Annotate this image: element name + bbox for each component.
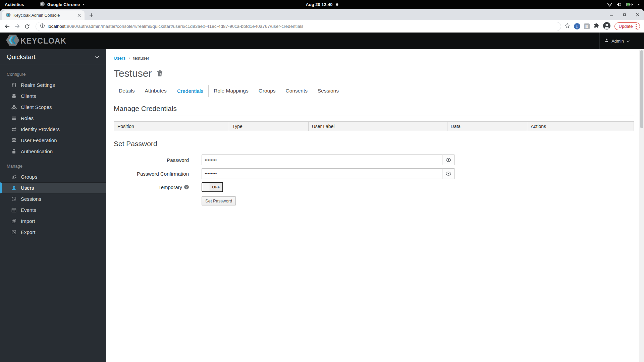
- clock-button[interactable]: Aug 20 12:40: [306, 2, 338, 7]
- notification-dot-icon: [336, 3, 338, 6]
- sidebar-item-sessions[interactable]: Sessions: [0, 193, 106, 204]
- forward-button[interactable]: [13, 22, 21, 31]
- keycloak-header: KEYCLOAK Admin: [0, 33, 644, 49]
- browser-menu-icon[interactable]: [636, 24, 637, 29]
- tab-close-icon[interactable]: [76, 12, 82, 18]
- password-confirmation-input[interactable]: [202, 168, 442, 179]
- tab-sessions[interactable]: Sessions: [313, 85, 344, 97]
- sidebar-item-label: Authentication: [21, 148, 53, 154]
- site-info-icon[interactable]: [40, 23, 45, 29]
- col-user-label: User Label: [308, 122, 447, 131]
- database-icon: [11, 138, 17, 143]
- new-tab-button[interactable]: [87, 11, 96, 19]
- cubes-icon: [11, 105, 17, 110]
- sidebar-item-user-federation[interactable]: User Federation: [0, 135, 106, 146]
- app-menu-label: Google Chrome: [47, 2, 80, 7]
- credentials-table: Position Type User Label Data Actions: [114, 121, 634, 131]
- activities-button[interactable]: Activities: [0, 0, 29, 9]
- exchange-icon: [11, 127, 17, 132]
- b-extension-icon[interactable]: B: [584, 23, 590, 29]
- fedora-extension-icon[interactable]: f: [574, 23, 580, 29]
- address-bar[interactable]: localhost:8080/auth/admin/master/console…: [36, 22, 561, 31]
- sidebar-item-groups[interactable]: Groups: [0, 171, 106, 182]
- manage-credentials-heading: Manage Credentials: [114, 105, 634, 116]
- table-header-row: Position Type User Label Data Actions: [114, 122, 634, 131]
- sidebar-item-roles[interactable]: Roles: [0, 113, 106, 124]
- show-password-eye-icon[interactable]: [442, 168, 454, 179]
- close-window-button[interactable]: [635, 12, 640, 17]
- tab-credentials[interactable]: Credentials: [172, 85, 209, 97]
- sidebar-item-authentication[interactable]: Authentication: [0, 146, 106, 157]
- sidebar-item-label: Roles: [21, 115, 34, 121]
- realm-selector[interactable]: Quickstart: [0, 49, 106, 65]
- reload-button[interactable]: [23, 22, 32, 31]
- sidebar-item-label: Client Scopes: [21, 104, 52, 110]
- password-label: Password: [114, 157, 189, 163]
- sidebar-item-label: Import: [21, 218, 35, 224]
- system-status-area[interactable]: [607, 2, 644, 7]
- sidebar-section-configure: Configure: [0, 65, 106, 79]
- show-password-eye-icon[interactable]: [442, 155, 454, 165]
- sidebar-item-identity-providers[interactable]: Identity Providers: [0, 124, 106, 135]
- tab-role-mappings[interactable]: Role Mappings: [209, 85, 253, 97]
- sidebar-item-label: Users: [21, 185, 34, 191]
- set-password-form: Password Password Confirmation: [114, 155, 634, 205]
- toggle-handle: [202, 183, 210, 191]
- tab-details[interactable]: Details: [114, 85, 140, 97]
- calendar-icon: [11, 207, 17, 213]
- profile-avatar[interactable]: [603, 22, 611, 31]
- list-icon: [11, 116, 17, 121]
- col-position: Position: [114, 122, 229, 131]
- page-scrollbar[interactable]: [639, 49, 644, 362]
- sidebar-item-export[interactable]: Export: [0, 227, 106, 238]
- sliders-icon: [11, 82, 17, 87]
- sidebar-item-label: User Federation: [21, 137, 57, 143]
- col-actions: Actions: [527, 122, 634, 131]
- tab-attributes[interactable]: Attributes: [140, 85, 171, 97]
- breadcrumb-users-link[interactable]: Users: [114, 56, 125, 61]
- user-menu[interactable]: Admin: [599, 33, 635, 49]
- page-title: Testuser: [114, 68, 152, 79]
- toolbar-extensions-area: f B Update: [565, 22, 641, 31]
- cube-icon: [11, 94, 17, 99]
- sidebar-item-label: Clients: [21, 93, 36, 99]
- back-button[interactable]: [3, 22, 11, 31]
- sidebar-item-realm-settings[interactable]: Realm Settings: [0, 79, 106, 90]
- keycloak-logo-text: KEYCLOAK: [20, 37, 66, 46]
- update-button[interactable]: Update: [614, 22, 640, 31]
- keycloak-favicon: [6, 12, 11, 18]
- sidebar-item-client-scopes[interactable]: Client Scopes: [0, 102, 106, 113]
- user-icon: [11, 185, 17, 190]
- password-confirmation-label: Password Confirmation: [114, 171, 189, 177]
- browser-tab[interactable]: Keycloak Admin Console: [2, 10, 85, 20]
- set-password-button[interactable]: Set Password: [202, 196, 236, 205]
- sidebar-item-users[interactable]: Users: [0, 182, 106, 193]
- import-icon: [11, 219, 17, 224]
- keycloak-hexagon-icon: [6, 34, 20, 48]
- gnome-top-bar: Activities Google Chrome Aug 20 12:40: [0, 0, 644, 9]
- temporary-toggle[interactable]: OFF: [202, 182, 223, 192]
- set-password-heading: Set Password: [114, 140, 634, 151]
- extensions-puzzle-icon[interactable]: [593, 23, 599, 30]
- sidebar-item-events[interactable]: Events: [0, 204, 106, 216]
- help-icon[interactable]: ?: [184, 185, 189, 189]
- tab-groups[interactable]: Groups: [254, 85, 281, 97]
- url-text: localhost:8080/auth/admin/master/console…: [48, 24, 303, 29]
- scrollbar-thumb[interactable]: [640, 50, 643, 128]
- maximize-button[interactable]: [622, 12, 627, 17]
- minimize-button[interactable]: [609, 12, 614, 17]
- delete-user-icon[interactable]: [157, 70, 163, 77]
- user-icon: [604, 38, 609, 44]
- chevron-down-icon: [82, 4, 85, 5]
- col-type: Type: [229, 122, 308, 131]
- battery-charging-icon: [626, 2, 633, 7]
- sidebar-item-clients[interactable]: Clients: [0, 90, 106, 102]
- bookmark-star-icon[interactable]: [565, 23, 570, 30]
- sidebar-item-label: Events: [21, 207, 36, 213]
- breadcrumb: Users › testuser: [114, 55, 634, 61]
- password-input[interactable]: [202, 155, 442, 165]
- chevron-right-icon: ›: [128, 55, 130, 61]
- tab-consents[interactable]: Consents: [281, 85, 313, 97]
- app-menu-button[interactable]: Google Chrome: [36, 1, 89, 8]
- sidebar-item-import[interactable]: Import: [0, 216, 106, 227]
